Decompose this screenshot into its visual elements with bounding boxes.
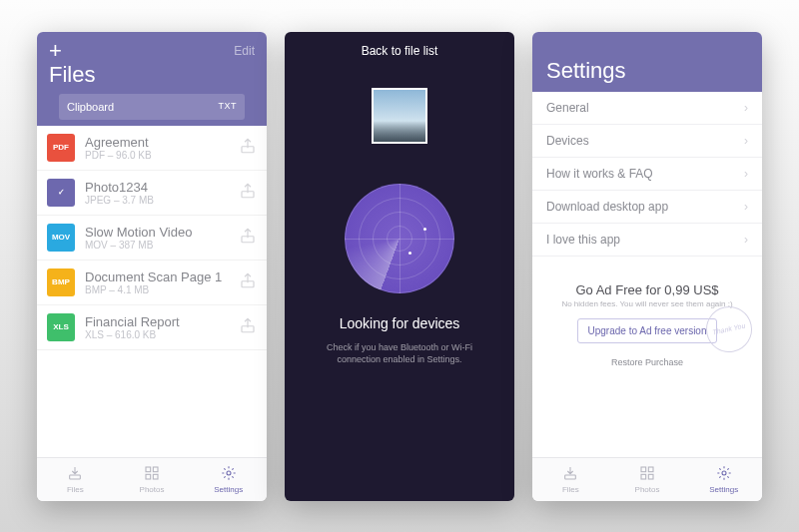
settings-row[interactable]: Download desktop app› xyxy=(532,191,762,224)
settings-row-label: General xyxy=(546,101,589,115)
restore-purchase-button[interactable]: Restore Purchase xyxy=(532,357,762,367)
transfer-screen: Back to file list Looking for devices Ch… xyxy=(285,32,514,501)
settings-row-label: I love this app xyxy=(546,233,620,247)
chevron-right-icon: › xyxy=(744,101,748,115)
file-thumbnail[interactable] xyxy=(372,88,427,144)
upgrade-button[interactable]: Upgrade to Ad free version xyxy=(577,318,718,343)
tab-files[interactable]: Files xyxy=(37,458,114,501)
settings-list: General›Devices›How it works & FAQ›Downl… xyxy=(532,92,762,257)
tab-photos[interactable]: Photos xyxy=(609,458,686,501)
file-meta: AgreementPDF – 96.0 KB xyxy=(85,135,239,161)
svg-rect-6 xyxy=(146,467,151,472)
page-title: Files xyxy=(49,62,255,94)
settings-row[interactable]: Devices› xyxy=(532,125,762,158)
download-icon xyxy=(562,465,578,483)
svg-rect-8 xyxy=(146,474,151,479)
settings-row[interactable]: General› xyxy=(532,92,762,125)
settings-screen: Settings General›Devices›How it works & … xyxy=(532,32,762,501)
file-sub: PDF – 96.0 KB xyxy=(85,150,239,161)
settings-row-label: Devices xyxy=(546,134,589,148)
grid-icon xyxy=(639,465,655,483)
svg-rect-7 xyxy=(153,467,158,472)
share-icon[interactable] xyxy=(239,137,257,159)
settings-row[interactable]: I love this app› xyxy=(532,224,762,257)
file-name: Financial Report xyxy=(85,314,239,329)
edit-button[interactable]: Edit xyxy=(234,44,255,58)
file-row[interactable]: MOVSlow Motion VideoMOV – 387 MB xyxy=(37,216,267,261)
svg-rect-5 xyxy=(70,475,81,479)
tab-label: Settings xyxy=(709,485,738,494)
file-name: Slow Motion Video xyxy=(85,225,239,240)
promo-box: Go Ad Free for 0,99 US$ No hidden fees. … xyxy=(554,282,740,343)
tab-photos[interactable]: Photos xyxy=(114,458,191,501)
download-icon xyxy=(67,465,83,483)
tab-label: Settings xyxy=(214,485,243,494)
svg-rect-14 xyxy=(641,474,646,479)
tab-label: Files xyxy=(67,485,84,494)
hint-text: Check if you have Bluetooth or Wi-Fi con… xyxy=(285,341,514,366)
settings-row-label: How it works & FAQ xyxy=(546,167,653,181)
share-icon[interactable] xyxy=(239,271,257,293)
file-sub: MOV – 387 MB xyxy=(85,240,239,251)
tab-bar: FilesPhotosSettings xyxy=(532,457,762,501)
file-meta: Document Scan Page 1BMP – 4.1 MB xyxy=(85,269,239,295)
file-sub: BMP – 4.1 MB xyxy=(85,284,239,295)
svg-rect-11 xyxy=(565,475,576,479)
share-icon[interactable] xyxy=(239,316,257,338)
file-row[interactable]: BMPDocument Scan Page 1BMP – 4.1 MB xyxy=(37,261,267,305)
clipboard-label: Clipboard xyxy=(67,101,114,113)
gear-icon xyxy=(221,465,237,483)
file-sub: XLS – 616.0 KB xyxy=(85,329,239,340)
share-icon[interactable] xyxy=(239,227,257,249)
back-button[interactable]: Back to file list xyxy=(285,32,514,66)
tab-settings[interactable]: Settings xyxy=(190,458,267,501)
status-text: Looking for devices xyxy=(285,315,514,331)
svg-rect-12 xyxy=(641,467,646,472)
chevron-right-icon: › xyxy=(744,233,748,247)
file-type-badge: XLS xyxy=(47,313,75,341)
share-icon[interactable] xyxy=(239,182,257,204)
file-meta: Photo1234JPEG – 3.7 MB xyxy=(85,180,239,206)
tab-label: Files xyxy=(562,485,579,494)
tab-settings[interactable]: Settings xyxy=(685,458,762,501)
file-name: Document Scan Page 1 xyxy=(85,269,239,284)
chevron-right-icon: › xyxy=(744,134,748,148)
tab-files[interactable]: Files xyxy=(532,458,609,501)
radar-icon xyxy=(345,184,454,293)
file-list: PDFAgreementPDF – 96.0 KB✓Photo1234JPEG … xyxy=(37,126,267,457)
clipboard-row[interactable]: Clipboard TXT xyxy=(59,94,245,120)
tab-label: Photos xyxy=(140,485,165,494)
files-screen: + Edit Files Clipboard TXT PDFAgreementP… xyxy=(37,32,267,501)
svg-rect-13 xyxy=(648,467,653,472)
gear-icon xyxy=(716,465,732,483)
clipboard-ext: TXT xyxy=(219,101,238,113)
file-row[interactable]: XLSFinancial ReportXLS – 616.0 KB xyxy=(37,305,267,350)
tab-bar: FilesPhotosSettings xyxy=(37,457,267,501)
promo-subtitle: No hidden fees. You will never see them … xyxy=(554,299,740,308)
file-name: Photo1234 xyxy=(85,180,239,195)
file-type-badge: ✓ xyxy=(47,179,75,207)
chevron-right-icon: › xyxy=(744,167,748,181)
svg-point-16 xyxy=(722,471,726,475)
file-type-badge: PDF xyxy=(47,134,75,162)
file-type-badge: BMP xyxy=(47,268,75,296)
settings-row-label: Download desktop app xyxy=(546,200,668,214)
file-name: Agreement xyxy=(85,135,239,150)
svg-rect-9 xyxy=(153,474,158,479)
files-header: + Edit Files Clipboard TXT xyxy=(37,32,267,126)
tab-label: Photos xyxy=(635,485,660,494)
settings-row[interactable]: How it works & FAQ› xyxy=(532,158,762,191)
settings-header: Settings xyxy=(532,32,762,92)
file-sub: JPEG – 3.7 MB xyxy=(85,195,239,206)
file-row[interactable]: PDFAgreementPDF – 96.0 KB xyxy=(37,126,267,171)
chevron-right-icon: › xyxy=(744,200,748,214)
file-meta: Slow Motion VideoMOV – 387 MB xyxy=(85,225,239,251)
grid-icon xyxy=(144,465,160,483)
svg-rect-15 xyxy=(648,474,653,479)
thank-you-stamp: Thank You xyxy=(702,301,757,356)
file-meta: Financial ReportXLS – 616.0 KB xyxy=(85,314,239,340)
add-button[interactable]: + xyxy=(49,40,62,62)
promo-title: Go Ad Free for 0,99 US$ xyxy=(554,282,740,297)
svg-point-10 xyxy=(227,471,231,475)
file-row[interactable]: ✓Photo1234JPEG – 3.7 MB xyxy=(37,171,267,216)
